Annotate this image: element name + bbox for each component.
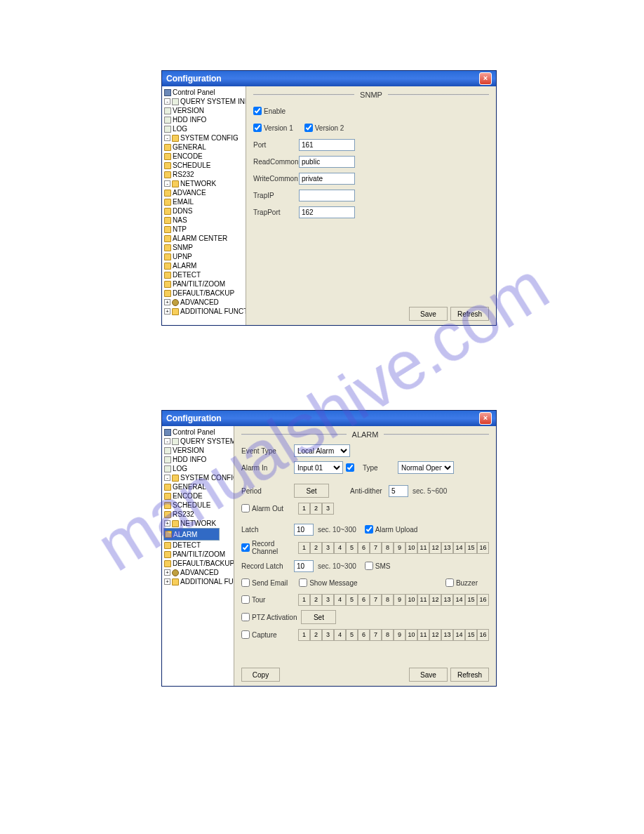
recordchannel-checkbox[interactable]: Record Channel <box>241 540 294 555</box>
recordchannel-btn-16[interactable]: 16 <box>477 542 489 554</box>
tree-encode[interactable]: ENCODE <box>163 152 244 161</box>
tree-rs232[interactable]: RS232 <box>163 170 244 179</box>
expand-icon[interactable]: + <box>164 520 170 527</box>
tour-btn-14[interactable]: 14 <box>453 594 465 606</box>
tree-email[interactable]: EMAIL <box>163 197 244 206</box>
recordchannel-btn-11[interactable]: 11 <box>417 542 429 554</box>
tree-upnp[interactable]: UPNP <box>163 252 244 261</box>
tree-hdd-info[interactable]: HDD INFO <box>163 115 244 124</box>
capture-btn-12[interactable]: 12 <box>429 629 441 641</box>
tour-checkbox[interactable]: Tour <box>241 595 294 604</box>
type-select[interactable]: Normal Open <box>398 461 454 474</box>
expand-icon[interactable]: + <box>164 578 170 585</box>
showmessage-checkbox[interactable]: Show Message <box>299 578 376 587</box>
tree-log[interactable]: LOG <box>163 124 244 133</box>
tour-btn-15[interactable]: 15 <box>465 594 477 606</box>
eventtype-select[interactable]: Local Alarm <box>294 444 350 457</box>
expand-icon[interactable]: + <box>164 569 170 576</box>
ptz-set-button[interactable]: Set <box>301 610 336 624</box>
recordchannel-btn-3[interactable]: 3 <box>322 542 334 554</box>
recordchannel-btn-6[interactable]: 6 <box>358 542 370 554</box>
titlebar[interactable]: Configuration × <box>162 71 496 86</box>
recordchannel-btn-9[interactable]: 9 <box>394 542 405 554</box>
alarmupload-checkbox[interactable]: Alarm Upload <box>365 525 425 534</box>
tree-system-config[interactable]: -SYSTEM CONFIG <box>163 473 232 482</box>
tree-ddns[interactable]: DDNS <box>163 206 244 216</box>
capture-btn-2[interactable]: 2 <box>310 629 322 641</box>
collapse-icon[interactable]: - <box>164 135 170 141</box>
alarmout-btn-3[interactable]: 3 <box>322 503 334 515</box>
buzzer-checkbox[interactable]: Buzzer <box>445 578 485 587</box>
tree-alarm[interactable]: ALARM <box>163 261 244 270</box>
tree-version[interactable]: VERSION <box>163 106 244 115</box>
nav-tree[interactable]: Control Panel -QUERY SYSTEM INFO VERSION… <box>162 86 246 325</box>
recordchannel-btn-13[interactable]: 13 <box>441 542 453 554</box>
collapse-icon[interactable]: - <box>164 180 170 187</box>
tour-btn-11[interactable]: 11 <box>417 594 429 606</box>
capture-btn-7[interactable]: 7 <box>370 629 382 641</box>
recordchannel-btn-8[interactable]: 8 <box>382 542 394 554</box>
tour-btn-5[interactable]: 5 <box>346 594 358 606</box>
tree-root[interactable]: Control Panel <box>163 88 244 97</box>
capture-btn-11[interactable]: 11 <box>417 629 429 641</box>
tour-btn-1[interactable]: 1 <box>298 594 310 606</box>
readcommon-input[interactable] <box>299 156 355 168</box>
tree-query-system-info[interactable]: -QUERY SYSTEM INFO <box>163 97 244 106</box>
tour-btn-3[interactable]: 3 <box>322 594 334 606</box>
tree-general[interactable]: GENERAL <box>163 143 244 152</box>
tree-version[interactable]: VERSION <box>163 446 232 455</box>
copy-button[interactable]: Copy <box>241 668 280 682</box>
save-button[interactable]: Save <box>409 668 448 682</box>
capture-btn-15[interactable]: 15 <box>465 629 477 641</box>
tree-system-config[interactable]: -SYSTEM CONFIG <box>163 133 244 143</box>
capture-btn-1[interactable]: 1 <box>298 629 310 641</box>
recordchannel-btn-1[interactable]: 1 <box>298 542 310 554</box>
tour-btn-16[interactable]: 16 <box>477 594 489 606</box>
alarmout-btn-1[interactable]: 1 <box>298 503 310 515</box>
tree-default-backup[interactable]: DEFAULT/BACKUP <box>163 289 244 298</box>
nav-tree[interactable]: Control Panel -QUERY SYSTEM INFO VERSION… <box>162 426 234 686</box>
tour-btn-12[interactable]: 12 <box>429 594 441 606</box>
collapse-icon[interactable]: - <box>164 438 170 444</box>
recordchannel-btn-2[interactable]: 2 <box>310 542 322 554</box>
capture-btn-14[interactable]: 14 <box>453 629 465 641</box>
tree-alarm-center[interactable]: ALARM CENTER <box>163 234 244 243</box>
alarmout-btn-2[interactable]: 2 <box>310 503 322 515</box>
latch-input[interactable] <box>294 524 314 536</box>
writecommon-input[interactable] <box>299 173 355 185</box>
tree-network[interactable]: -NETWORK <box>163 179 244 188</box>
recordchannel-btn-15[interactable]: 15 <box>465 542 477 554</box>
capture-btn-6[interactable]: 6 <box>358 629 370 641</box>
alarmout-checkbox[interactable]: Alarm Out <box>241 504 294 512</box>
antidither-input[interactable] <box>389 485 408 497</box>
tree-schedule[interactable]: SCHEDULE <box>163 161 244 170</box>
alarmin-enable-checkbox[interactable] <box>346 463 354 472</box>
tree-root[interactable]: Control Panel <box>163 428 232 437</box>
trapport-input[interactable] <box>299 206 355 218</box>
tree-snmp[interactable]: SNMP <box>163 243 244 252</box>
version2-checkbox[interactable]: Version 2 <box>304 124 351 132</box>
tree-advance[interactable]: ADVANCE <box>163 188 244 197</box>
tree-detect[interactable]: DETECT <box>163 270 244 279</box>
tour-btn-2[interactable]: 2 <box>310 594 322 606</box>
tree-detect[interactable]: DETECT <box>163 541 232 550</box>
tree-log[interactable]: LOG <box>163 464 232 473</box>
tree-encode[interactable]: ENCODE <box>163 491 232 501</box>
save-button[interactable]: Save <box>409 307 448 321</box>
recordchannel-btn-4[interactable]: 4 <box>334 542 346 554</box>
tour-btn-6[interactable]: 6 <box>358 594 370 606</box>
expand-icon[interactable]: + <box>164 299 170 305</box>
capture-checkbox[interactable]: Capture <box>241 630 294 639</box>
tour-btn-8[interactable]: 8 <box>382 594 394 606</box>
tree-advanced[interactable]: +ADVANCED <box>163 298 244 307</box>
tree-alarm[interactable]: ALARM <box>163 528 220 541</box>
tour-btn-7[interactable]: 7 <box>370 594 382 606</box>
tour-btn-13[interactable]: 13 <box>441 594 453 606</box>
refresh-button[interactable]: Refresh <box>450 668 489 682</box>
tree-network[interactable]: +NETWORK <box>163 519 232 528</box>
enable-checkbox[interactable]: Enable <box>253 107 293 115</box>
tree-rs232[interactable]: RS232 <box>163 510 232 519</box>
recordchannel-btn-5[interactable]: 5 <box>346 542 358 554</box>
collapse-icon[interactable]: - <box>164 475 170 481</box>
capture-btn-10[interactable]: 10 <box>405 629 417 641</box>
